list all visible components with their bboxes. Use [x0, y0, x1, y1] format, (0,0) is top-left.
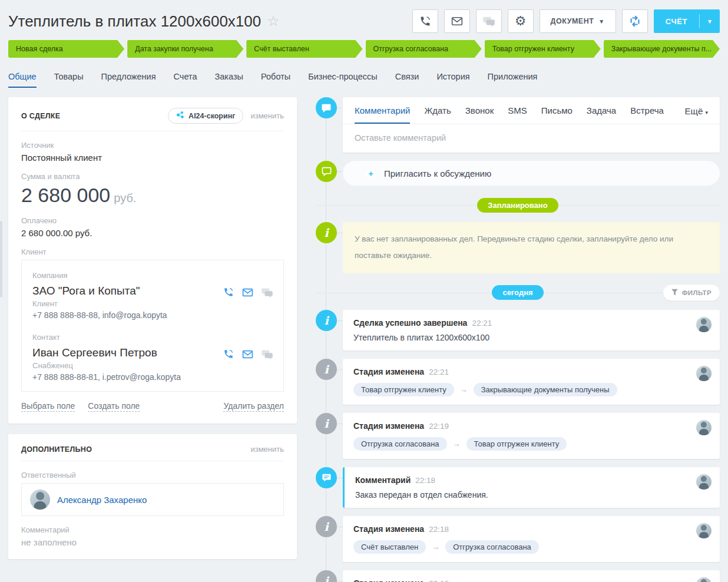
stage-goods-shipped[interactable]: Товар отгружен клиенту	[485, 40, 601, 58]
company-contacts: +7 888 888-88-88, info@roga.kopyta	[32, 310, 273, 320]
invoice-button[interactable]: СЧЁТ ▼	[654, 9, 720, 33]
tab-more[interactable]: Ещё ▾	[685, 106, 708, 123]
responsible-avatar	[30, 490, 50, 510]
source-field: Источник Постоянный клиент	[21, 141, 284, 163]
page-title: Утеплитель в плитах 1200x600x100 ☆	[8, 12, 280, 31]
ai-scoring-label: AI24-скоринг	[188, 112, 235, 120]
stage-new-deal[interactable]: Новая сделка	[8, 40, 124, 58]
entry-author-avatar[interactable]	[696, 420, 712, 435]
contact-name[interactable]: Иван Сергеевич Петров	[32, 346, 157, 359]
ai-scoring-button[interactable]: AI24-скоринг	[168, 108, 243, 124]
amount-label: Сумма и валюта	[21, 172, 284, 181]
entry-title: Комментарий	[355, 475, 411, 485]
tab-call[interactable]: Звонок	[465, 105, 494, 124]
paid-value: 2 680 000.00 руб.	[21, 228, 284, 238]
entry-stage-changed[interactable]: Стадия изменена 22:19 Отгрузка согласова…	[343, 413, 720, 459]
call-button[interactable]	[412, 9, 438, 33]
tab-robots[interactable]: Роботы	[261, 72, 290, 88]
contact-role: Снабженец	[32, 361, 273, 370]
edit-about-link[interactable]: изменить	[250, 111, 284, 120]
chat-button[interactable]	[476, 9, 502, 33]
entry-time: 22:21	[472, 319, 492, 328]
favorite-star-icon[interactable]: ☆	[267, 13, 280, 29]
responsible-name-link[interactable]: Александр Захаренко	[57, 495, 147, 505]
company-call-icon[interactable]	[223, 287, 234, 297]
chat-icon	[483, 16, 495, 27]
responsible-field: Ответственный Александр Захаренко	[21, 471, 284, 516]
invite-to-discussion[interactable]: + Пригласить к обсуждению	[343, 161, 720, 186]
field-actions-row: Выбрать поле Создать поле Удалить раздел	[21, 401, 284, 412]
tab-quotes[interactable]: Предложения	[101, 72, 156, 88]
amount-field: Сумма и валюта 2 680 000руб.	[21, 172, 284, 207]
delete-section-link[interactable]: Удалить раздел	[223, 401, 284, 412]
topbar: Утеплитель в плитах 1200x600x100 ☆ ⚙	[0, 0, 728, 40]
tab-wait[interactable]: Ждать	[424, 105, 451, 124]
tab-comment[interactable]: Комментарий	[355, 105, 410, 124]
tab-general[interactable]: Общие	[8, 72, 37, 88]
page-scrollbar[interactable]	[0, 221, 2, 297]
contact-call-icon[interactable]	[223, 349, 234, 359]
timeline-entry: i Стадия изменена 22:18	[316, 570, 720, 582]
stage-closing-documents[interactable]: Закрывающие документы п...	[604, 40, 720, 58]
create-field-link[interactable]: Создать поле	[88, 401, 140, 412]
tab-invoices[interactable]: Счета	[174, 72, 197, 88]
automation-button[interactable]	[622, 9, 648, 33]
sync-icon	[628, 15, 641, 28]
tab-history[interactable]: История	[436, 72, 469, 88]
responsible-label: Ответственный	[21, 471, 284, 480]
filter-button[interactable]: ФИЛЬТР	[663, 285, 720, 300]
planned-badge[interactable]: Запланировано	[477, 198, 558, 213]
deal-title-text: Утеплитель в плитах 1200x600x100	[8, 12, 261, 31]
tab-sms[interactable]: SMS	[508, 105, 527, 124]
stage-shipping-approved[interactable]: Отгрузка согласована	[366, 40, 482, 58]
entry-author-avatar[interactable]	[696, 317, 712, 332]
entry-deal-completed[interactable]: Сделка успешно завершена 22:21 Утеплител…	[343, 310, 720, 350]
entry-author-avatar[interactable]	[696, 474, 712, 490]
info-icon: i	[316, 413, 337, 434]
entry-stage-changed[interactable]: Стадия изменена 22:18 Счёт выставлен → О…	[343, 516, 720, 562]
tab-business-processes[interactable]: Бизнес-процессы	[308, 72, 378, 88]
contact-email-icon[interactable]	[242, 350, 253, 359]
tab-task[interactable]: Задача	[587, 105, 616, 124]
comment-input[interactable]: Оставьте комментарий	[343, 124, 720, 153]
tab-meeting[interactable]: Встреча	[630, 105, 664, 124]
tab-relations[interactable]: Связи	[395, 72, 419, 88]
edit-additional-link[interactable]: изменить	[250, 445, 284, 454]
entry-title: Сделка успешно завершена	[353, 318, 467, 328]
contact-chat-icon[interactable]	[262, 349, 273, 359]
company-email-icon[interactable]	[242, 288, 253, 297]
source-label: Источник	[21, 141, 284, 150]
entry-title: Стадия изменена	[353, 578, 424, 582]
contact-label: Контакт	[32, 333, 273, 342]
stage-purchase-date[interactable]: Дата закупки получена	[127, 40, 243, 58]
phone-icon	[419, 15, 431, 27]
no-planned-message: У вас нет запланированных дел. Передвинь…	[343, 222, 720, 273]
stage-from-pill: Счёт выставлен	[353, 540, 426, 554]
email-button[interactable]	[444, 9, 470, 33]
today-badge[interactable]: сегодня	[492, 285, 543, 300]
comment-lines-icon	[316, 467, 337, 488]
info-icon: i	[316, 359, 337, 380]
company-chat-icon[interactable]	[262, 287, 273, 297]
invoice-caret-icon[interactable]: ▼	[700, 9, 720, 33]
tab-letter[interactable]: Письмо	[541, 105, 573, 124]
tab-orders[interactable]: Заказы	[215, 72, 243, 88]
entry-stage-changed[interactable]: Стадия изменена 22:21 Товар отгружен кли…	[343, 359, 720, 405]
entry-stage-changed[interactable]: Стадия изменена 22:18	[343, 570, 720, 582]
document-button-label: ДОКУМЕНТ	[551, 17, 594, 25]
tab-apps[interactable]: Приложения	[488, 72, 538, 88]
ai-scoring-icon	[176, 111, 184, 121]
document-button[interactable]: ДОКУМЕНТ ▼	[540, 9, 616, 33]
tab-products[interactable]: Товары	[54, 72, 84, 88]
content: О СДЕЛКЕ AI24-скоринг изменить Источник	[0, 97, 728, 582]
entry-author-avatar[interactable]	[696, 523, 712, 538]
activity-tabs: Комментарий Ждать Звонок SMS Письмо Зада…	[343, 97, 720, 124]
comment-field: Комментарий не заполнено	[21, 525, 284, 547]
entry-comment[interactable]: Комментарий 22:18 Заказ передан в отдел …	[343, 467, 720, 508]
select-field-link[interactable]: Выбрать поле	[21, 401, 75, 412]
company-name[interactable]: ЗАО "Рога и Копыта"	[32, 285, 140, 297]
client-label: Клиент	[21, 247, 284, 256]
stage-invoice-issued[interactable]: Счёт выставлен	[246, 40, 362, 58]
settings-button[interactable]: ⚙	[508, 9, 534, 33]
entry-author-avatar[interactable]	[696, 366, 712, 381]
